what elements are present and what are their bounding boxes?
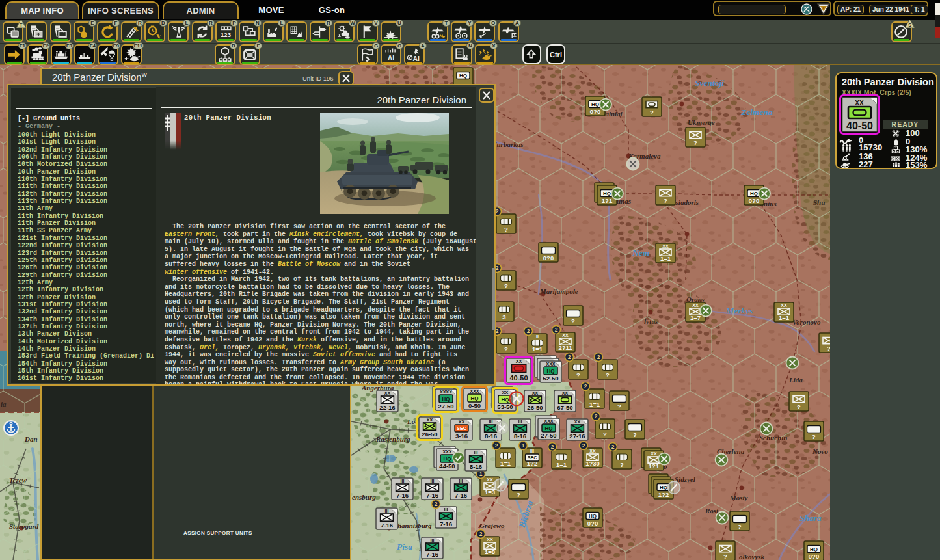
command-input[interactable] (718, 5, 786, 14)
unit-list-item[interactable]: 10th Panzer Division (18, 168, 154, 176)
map-counter-q[interactable]: ? (642, 97, 662, 116)
rail-transport-mode-button[interactable]: F2 (27, 44, 48, 65)
unit-list-item[interactable]: 11th Infantry Division (18, 213, 154, 220)
air-ground-attack-button[interactable]: Y (451, 21, 472, 42)
map-counter-q[interactable]: ? (686, 127, 705, 147)
tools-icon[interactable] (801, 3, 812, 15)
jump-map-button[interactable]: T (3, 21, 23, 42)
map-counter-q[interactable]: ? (509, 479, 528, 499)
unit-list-item[interactable]: 100th Light Division (18, 131, 154, 139)
map-counter-26-50[interactable]: XX26-50 (418, 416, 442, 440)
tab-info-screens[interactable]: INFO SCREENS (82, 1, 159, 19)
unit-list-item[interactable]: 122nd Infantry Division (18, 242, 154, 249)
unit-list-item[interactable]: 12th Army (18, 279, 154, 286)
mode-gs-on[interactable]: GS-on (312, 0, 351, 20)
unit-list-item[interactable]: 161st Infantry Divison (18, 375, 154, 382)
unit-counter[interactable]: XX 40-50 (839, 94, 880, 135)
map-counter-q[interactable]: ? (730, 511, 749, 531)
map-counter-27-16[interactable]: XX27-16 (567, 419, 588, 440)
map-counter-0q0[interactable]: HQ0?0 (583, 508, 602, 527)
show-hq-links-button[interactable]: N (239, 21, 260, 42)
map-counter-8-16[interactable]: III8-16 (465, 449, 487, 471)
tab-admin[interactable]: ADMIN (163, 1, 239, 19)
tab-map-info[interactable]: MAP INFO (5, 1, 79, 19)
map-counter-7-16[interactable]: III7-16 (450, 478, 472, 500)
unit-list-item[interactable]: 154th Infantry Division (18, 360, 154, 367)
show-movement-button[interactable]: F (97, 21, 118, 42)
unit-list-item[interactable]: 121st Infantry Division (18, 235, 154, 242)
unit-list-item[interactable]: 11th SS Panzer Army (18, 227, 154, 234)
close-button[interactable] (479, 88, 494, 103)
air-superiority-button[interactable]: T (427, 21, 448, 42)
map-counter-q[interactable]: ? (804, 421, 824, 441)
unit-list-item[interactable]: 111th Infantry Division (18, 183, 154, 190)
victory-locations-button[interactable]: V (357, 21, 378, 42)
unit-list-item[interactable]: 12th Panzer Division (18, 294, 154, 301)
show-signpost-button[interactable]: R (310, 21, 330, 42)
radio-intercept-button[interactable]: L (168, 21, 189, 42)
map-counter-q[interactable]: ? (656, 185, 675, 205)
air-drop-mode-button[interactable]: F9 (98, 44, 118, 65)
map-counter-0q0[interactable]: 0?0 (539, 243, 558, 262)
air-recon-button[interactable]: O (474, 21, 495, 42)
map-counter-q[interactable]: ? (789, 392, 809, 411)
unit-list-item[interactable]: 13th Panzer Divison (18, 330, 154, 338)
ctrl-key-button[interactable]: Ctrl (546, 44, 565, 64)
map-counter-7-16[interactable]: III7-16 (422, 537, 443, 559)
map-counter-27-50[interactable]: XXXXHQ27-50 (433, 386, 459, 412)
weather-button[interactable]: W (334, 21, 355, 42)
objectives-toggle-button[interactable]: G (357, 44, 378, 65)
map-counter-27-50[interactable]: XXXHQ27-50 (535, 416, 559, 440)
unit-list-item[interactable]: 101st Light Division (18, 139, 154, 146)
unit-list-item[interactable]: 110th Infantry Division (18, 176, 154, 183)
unit-list-item[interactable]: 126th Infantry Division (18, 264, 154, 271)
unit-list-item[interactable]: 131st Infantry Division (18, 301, 154, 308)
unit-list-item[interactable]: 129th Infantry Division (18, 272, 154, 279)
end-turn-button[interactable]: S (891, 21, 912, 42)
map-counter-0-50[interactable]: XXXHQ0-50 (463, 387, 487, 412)
unit-list-item[interactable]: 137th Infantry Division (18, 323, 154, 330)
unit-list-item[interactable]: 15th Infantry Division (18, 367, 154, 375)
show-combat-values-button[interactable]: 123P (215, 21, 236, 42)
delayed-attack-button[interactable]: D (144, 21, 165, 42)
map-counter-0q0[interactable]: HQ0?0 (804, 541, 824, 560)
map-counter-1=1[interactable]: XX1=1 (774, 302, 794, 322)
map-counter-q[interactable]: ? (716, 541, 735, 560)
unit-list-item[interactable]: 11th Panzer Division (18, 220, 154, 227)
turn-marker-icon[interactable]: T (816, 3, 831, 16)
map-counter-q[interactable]: ? (610, 391, 629, 410)
show-battles-button[interactable]: U (381, 21, 401, 42)
map-counter-7-16[interactable]: III7-16 (392, 478, 413, 500)
map-counter-22-16[interactable]: XX22-16 (377, 390, 398, 412)
hq-buildup-button[interactable]: B (215, 44, 235, 65)
add-map-view-button[interactable] (26, 21, 47, 42)
unit-list-item[interactable]: 10th Motorized Division (18, 161, 154, 168)
rail-usage-button[interactable] (286, 21, 307, 42)
unit-list-item[interactable]: 112th Infantry Division (18, 191, 154, 198)
factory-locations-button[interactable]: L (263, 21, 284, 42)
unit-list-item[interactable]: 102nd Infantry Division (18, 146, 154, 153)
auto-air-assign-button[interactable]: X (475, 44, 496, 65)
assign-support-units-label[interactable]: ASSIGN SUPPORT UNITS (183, 530, 252, 536)
remove-map-view-button[interactable] (50, 21, 71, 42)
rail-damage-button[interactable]: R (121, 21, 142, 42)
ai-air-assist-button[interactable]: AIA (404, 44, 425, 65)
unit-list-item[interactable]: 106th Infantry Division (18, 153, 154, 161)
map-counter-3-16[interactable]: XXSEC3-16 (451, 419, 472, 440)
map-counter-52-50[interactable]: XXXHQ52-50 (535, 356, 561, 382)
mode-move[interactable]: MOVE (248, 0, 294, 20)
map-counter-q[interactable]: ? (625, 420, 645, 439)
unit-list-item[interactable]: 113th Infantry Division (18, 198, 154, 205)
unit-list-item[interactable]: 14th Panzer Division (18, 345, 154, 353)
refresh-display-button[interactable]: R (192, 21, 213, 42)
unit-list-item[interactable]: 125th Infantry Division (18, 257, 154, 264)
commanders-report-button[interactable]: N (451, 44, 472, 65)
ground-attack-mode-button[interactable]: F11 (121, 44, 142, 65)
unit-list-item[interactable]: 153rd Field Training (Grenadier) Di (18, 353, 154, 360)
map-counter-3[interactable]: 3 (494, 302, 514, 321)
unit-list-item[interactable]: 12th Infantry Division (18, 286, 154, 293)
map-counter-1=1[interactable]: XX1=1 (656, 243, 675, 263)
map-counter-q[interactable]: ? (563, 306, 583, 325)
map-counter-67-50[interactable]: XX67-50 (554, 390, 576, 412)
unit-list-item[interactable]: 134th Infantry Division (18, 316, 154, 323)
